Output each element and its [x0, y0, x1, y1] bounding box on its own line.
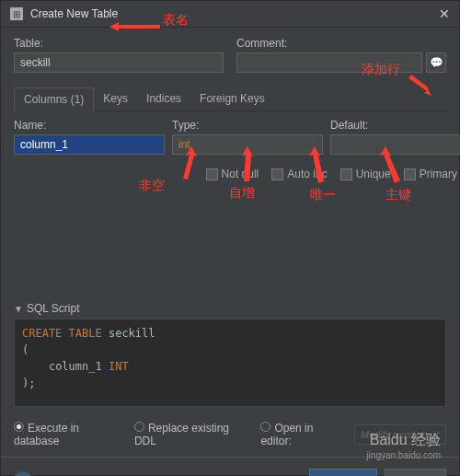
collapse-icon: ▼ — [14, 304, 23, 314]
table-name-input[interactable] — [14, 52, 224, 73]
tab-indices[interactable]: Indices — [137, 87, 190, 110]
cancel-button[interactable]: Cancel — [385, 469, 446, 476]
column-type-input[interactable] — [172, 134, 323, 155]
execute-button[interactable]: Execute — [309, 469, 376, 476]
name-label: Name: — [14, 119, 165, 132]
replace-ddl-radio[interactable]: Replace existing DDL — [134, 422, 251, 447]
tab-keys[interactable]: Keys — [94, 87, 137, 110]
comment-label: Comment: — [236, 37, 446, 50]
autoinc-check[interactable]: Auto inc — [271, 168, 327, 180]
type-label: Type: — [172, 119, 323, 132]
comment-input[interactable] — [236, 52, 422, 73]
open-editor-radio[interactable]: Open in editor: — [260, 422, 345, 447]
sql-script-box[interactable]: CREATE TABLE seckill ( column_1 INT ); — [14, 319, 446, 407]
primary-check[interactable]: Primary key — [404, 168, 460, 180]
comment-expand-icon[interactable]: 💬 — [426, 52, 446, 73]
close-icon[interactable]: ✕ — [439, 6, 450, 21]
dialog-title: Create New Table — [30, 7, 439, 20]
sql-header[interactable]: ▼ SQL Script — [14, 302, 446, 315]
exec-in-db-radio[interactable]: Execute in database — [14, 422, 125, 447]
default-label: Default: — [330, 119, 460, 132]
app-icon: ⊞ — [10, 7, 23, 20]
notnull-check[interactable]: Not null — [206, 168, 259, 180]
unique-check[interactable]: Unique — [340, 168, 391, 180]
column-name-input[interactable] — [14, 134, 165, 155]
tab-foreign-keys[interactable]: Foreign Keys — [190, 87, 274, 110]
table-label: Table: — [14, 37, 224, 50]
tab-columns[interactable]: Columns (1) — [14, 87, 94, 111]
help-button[interactable]: ? — [14, 471, 32, 476]
editor-select — [354, 424, 446, 445]
column-default-input[interactable] — [330, 134, 460, 155]
